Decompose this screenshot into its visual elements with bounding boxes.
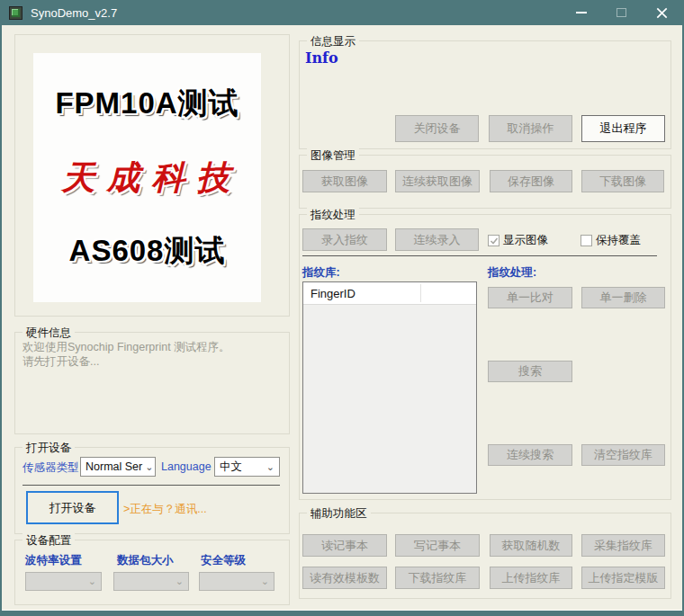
enroll-button[interactable]: 录入指纹: [302, 228, 387, 251]
aux-functions-title: 辅助功能区: [307, 506, 371, 522]
window-controls: [561, 0, 682, 25]
info-text: Info: [305, 49, 338, 67]
separator: [22, 485, 280, 486]
fingerprint-group: 指纹处理 录入指纹 连续录入 显示图像 保持覆盖 指纹库: 指纹处理: Fing…: [299, 214, 671, 500]
hardware-info-group: 硬件信息 欢迎使用Synochip Fingerprint 测试程序。 请先打开…: [14, 332, 290, 434]
get-random-button[interactable]: 获取随机数: [490, 534, 572, 557]
baud-rate-select[interactable]: ⌄: [25, 572, 102, 591]
banner-line-3: AS608测试: [69, 231, 226, 272]
security-level-select[interactable]: ⌄: [199, 572, 274, 591]
read-notepad-button[interactable]: 读记事本: [302, 534, 387, 557]
banner-group: FPM10A测试 天成科技 AS608测试: [14, 34, 290, 317]
info-display-title: 信息显示: [307, 34, 359, 49]
list-header-fingerid: FingerID: [310, 287, 356, 300]
show-image-label: 显示图像: [503, 233, 548, 248]
checkbox-checked-icon: [488, 235, 500, 246]
capture-image-button[interactable]: 获取图像: [302, 170, 387, 192]
banner-line-2: 天成科技: [53, 156, 242, 201]
banner-image: FPM10A测试 天成科技 AS608测试: [33, 53, 261, 302]
hardware-info-line-1: 欢迎使用Synochip Fingerprint 测试程序。: [22, 340, 230, 354]
chevron-down-icon: ⌄: [88, 576, 96, 587]
exit-program-button[interactable]: 退出程序: [581, 115, 665, 142]
open-device-group: 打开设备 传感器类型 Normal Ser ⌄ Language 中文 ⌄ 打开…: [14, 447, 290, 534]
collect-library-button[interactable]: 采集指纹库: [581, 534, 665, 557]
column-divider: [420, 284, 421, 302]
keep-overlay-checkbox[interactable]: 保持覆盖: [580, 233, 641, 248]
hardware-info-text: 欢迎使用Synochip Fingerprint 测试程序。 请先打开设备...: [22, 340, 230, 369]
chevron-down-icon: ⌄: [176, 576, 184, 587]
minimize-icon: [576, 12, 587, 13]
maximize-icon: [616, 8, 626, 17]
language-value: 中文: [220, 460, 242, 475]
aux-functions-group: 辅助功能区 读记事本 写记事本 获取随机数 采集指纹库 读有效模板数 下载指纹库…: [299, 513, 671, 599]
download-image-button[interactable]: 下载图像: [581, 170, 664, 192]
upload-template-button[interactable]: 上传指定模版: [581, 567, 665, 589]
window-title: SynoDemo_v2.7: [31, 6, 117, 20]
banner-line-1: FPM10A测试: [55, 84, 238, 124]
continuous-capture-button[interactable]: 连续获取图像: [395, 170, 480, 192]
open-device-title: 打开设备: [22, 441, 75, 456]
title-bar: SynoDemo_v2.7: [2, 0, 682, 25]
continuous-search-button[interactable]: 连续搜索: [488, 444, 572, 466]
chevron-down-icon: ⌄: [261, 576, 269, 587]
chip-icon: [9, 6, 22, 20]
cancel-operation-button[interactable]: 取消操作: [489, 115, 572, 142]
delete-one-button[interactable]: 单一删除: [581, 287, 665, 308]
clear-library-button[interactable]: 清空指纹库: [581, 444, 665, 466]
close-button[interactable]: [642, 0, 682, 25]
search-button[interactable]: 搜索: [488, 361, 572, 382]
hardware-info-line-2: 请先打开设备...: [22, 354, 230, 369]
sensor-type-select[interactable]: Normal Ser ⌄: [80, 457, 156, 477]
fingerprint-list[interactable]: FingerID: [302, 281, 477, 494]
comm-status-text: >正在与？通讯...: [123, 502, 207, 517]
chevron-down-icon: ⌄: [145, 461, 153, 473]
show-image-checkbox[interactable]: 显示图像: [488, 233, 548, 248]
device-config-group: 设备配置 波特率设置 数据包大小 安全等级 ⌄ ⌄ ⌄: [14, 540, 290, 605]
keep-overlay-label: 保持覆盖: [596, 233, 641, 248]
image-mgmt-title: 图像管理: [307, 148, 359, 164]
fingerprint-processing-label: 指纹处理:: [488, 265, 536, 281]
baud-rate-label: 波特率设置: [25, 553, 82, 568]
read-template-count-button[interactable]: 读有效模板数: [302, 567, 387, 589]
device-config-title: 设备配置: [22, 533, 75, 549]
language-select[interactable]: 中文 ⌄: [214, 457, 280, 477]
list-header-row[interactable]: FingerID: [303, 282, 476, 305]
window-bottom-border: [2, 611, 682, 616]
fingerprint-library-label: 指纹库:: [302, 265, 340, 281]
upload-library-button[interactable]: 上传指纹库: [490, 567, 572, 589]
info-display-group: 信息显示 Info 关闭设备 取消操作 退出程序: [299, 40, 671, 149]
download-library-button[interactable]: 下载指纹库: [395, 567, 480, 589]
sensor-type-value: Normal Ser: [86, 460, 142, 473]
app-window: SynoDemo_v2.7 FPM10A测试 天成科技 AS608测试 硬件信息…: [0, 0, 684, 616]
language-label: Language: [161, 460, 212, 473]
open-device-button[interactable]: 打开设备: [26, 491, 119, 524]
security-level-label: 安全等级: [201, 553, 246, 568]
fingerprint-title: 指纹处理: [307, 208, 359, 223]
chevron-down-icon: ⌄: [266, 461, 274, 473]
checkbox-unchecked-icon: [580, 235, 592, 246]
match-one-button[interactable]: 单一比对: [488, 287, 572, 308]
packet-size-select[interactable]: ⌄: [113, 572, 189, 591]
separator: [302, 255, 657, 256]
close-icon: [656, 7, 668, 19]
packet-size-label: 数据包大小: [117, 553, 174, 568]
minimize-button[interactable]: [561, 0, 601, 25]
hardware-info-title: 硬件信息: [22, 326, 75, 341]
image-mgmt-group: 图像管理 获取图像 连续获取图像 保存图像 下载图像: [299, 155, 671, 209]
continuous-enroll-button[interactable]: 连续录入: [395, 228, 479, 251]
close-device-button[interactable]: 关闭设备: [395, 115, 479, 142]
write-notepad-button[interactable]: 写记事本: [395, 534, 480, 557]
save-image-button[interactable]: 保存图像: [490, 170, 572, 192]
sensor-type-label: 传感器类型: [22, 460, 79, 476]
maximize-button[interactable]: [601, 0, 642, 25]
